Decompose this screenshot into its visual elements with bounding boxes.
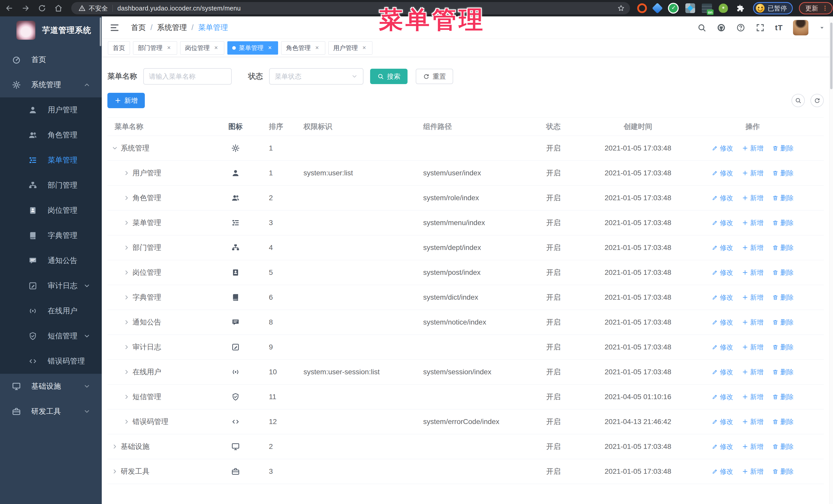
menu-name-input[interactable]	[143, 68, 232, 85]
edit-action-link[interactable]: 修改	[712, 392, 733, 402]
edit-action-link[interactable]: 修改	[712, 442, 733, 451]
tag-首页[interactable]: 首页	[108, 41, 130, 55]
tabs-extension-icon[interactable]	[702, 4, 712, 13]
gem-extension-icon[interactable]	[652, 3, 663, 14]
tag-岗位管理[interactable]: 岗位管理×	[180, 41, 224, 55]
close-tag-icon[interactable]: ×	[166, 45, 172, 51]
add-button[interactable]: 新增	[108, 93, 145, 108]
sidebar-item-用户管理[interactable]: 用户管理	[0, 97, 102, 123]
expand-row-icon[interactable]	[123, 319, 130, 326]
edit-action-link[interactable]: 修改	[712, 318, 733, 327]
expand-row-icon[interactable]	[123, 269, 130, 276]
bookmark-star-icon[interactable]	[617, 4, 625, 12]
browser-back-button[interactable]	[2, 1, 17, 16]
sidebar-item-部门管理[interactable]: 部门管理	[0, 173, 102, 198]
add-action-link[interactable]: 新增	[742, 144, 764, 153]
edit-action-link[interactable]: 修改	[712, 368, 733, 377]
delete-action-link[interactable]: 删除	[772, 293, 794, 302]
add-action-link[interactable]: 新增	[742, 318, 764, 327]
sidebar-item-角色管理[interactable]: 角色管理	[0, 123, 102, 148]
expand-row-icon[interactable]	[112, 145, 118, 151]
edit-action-link[interactable]: 修改	[712, 417, 733, 426]
scrollbar-thumb[interactable]	[830, 23, 832, 89]
fullscreen-icon[interactable]	[756, 23, 765, 32]
expand-row-icon[interactable]	[123, 418, 130, 425]
toggle-search-button[interactable]	[791, 94, 805, 107]
droid-extension-icon[interactable]	[719, 4, 728, 13]
delete-action-link[interactable]: 删除	[772, 343, 794, 352]
expand-row-icon[interactable]	[112, 443, 118, 450]
delete-action-link[interactable]: 删除	[772, 243, 794, 252]
ubuntu-extension-icon[interactable]	[637, 3, 647, 13]
sidebar-scrollbar[interactable]	[100, 18, 101, 46]
delete-action-link[interactable]: 删除	[772, 194, 794, 202]
delete-action-link[interactable]: 删除	[772, 368, 794, 377]
add-action-link[interactable]: 新增	[742, 218, 764, 227]
status-select[interactable]: 菜单状态	[269, 68, 363, 85]
add-action-link[interactable]: 新增	[742, 169, 764, 178]
add-action-link[interactable]: 新增	[742, 442, 764, 451]
browser-reload-button[interactable]	[35, 1, 49, 16]
check-extension-icon[interactable]	[668, 3, 679, 14]
edit-action-link[interactable]: 修改	[712, 169, 733, 178]
sidebar-item-系统管理[interactable]: 系统管理	[0, 72, 102, 97]
tag-部门管理[interactable]: 部门管理×	[133, 41, 177, 55]
tag-用户管理[interactable]: 用户管理×	[328, 41, 373, 55]
sidebar-item-菜单管理[interactable]: 菜单管理	[0, 148, 102, 173]
expand-row-icon[interactable]	[123, 369, 130, 375]
delete-action-link[interactable]: 删除	[772, 392, 794, 402]
close-tag-icon[interactable]: ×	[266, 45, 273, 51]
puzzle-extension-icon[interactable]	[735, 3, 745, 14]
github-icon[interactable]	[717, 23, 726, 32]
delete-action-link[interactable]: 删除	[772, 318, 794, 327]
delete-action-link[interactable]: 删除	[772, 169, 794, 178]
sidebar-item-短信管理[interactable]: 短信管理	[0, 323, 102, 349]
tag-菜单管理[interactable]: 菜单管理×	[227, 41, 278, 55]
browser-menu-dots-icon[interactable]	[822, 5, 828, 11]
add-action-link[interactable]: 新增	[742, 194, 764, 202]
browser-forward-button[interactable]	[19, 1, 33, 16]
breadcrumb-item[interactable]: 首页	[131, 23, 146, 33]
tag-角色管理[interactable]: 角色管理×	[281, 41, 325, 55]
sidebar-item-基础设施[interactable]: 基础设施	[0, 374, 102, 399]
close-tag-icon[interactable]: ×	[314, 45, 320, 51]
expand-row-icon[interactable]	[123, 393, 130, 400]
edit-action-link[interactable]: 修改	[712, 293, 733, 302]
breadcrumb-item[interactable]: 系统管理	[157, 23, 187, 33]
edit-action-link[interactable]: 修改	[712, 243, 733, 252]
browser-home-button[interactable]	[51, 1, 66, 16]
delete-action-link[interactable]: 删除	[772, 218, 794, 227]
refresh-table-button[interactable]	[810, 94, 824, 107]
add-action-link[interactable]: 新增	[742, 243, 764, 252]
add-action-link[interactable]: 新增	[742, 293, 764, 302]
sidebar-item-通知公告[interactable]: 通知公告	[0, 248, 102, 273]
sidebar-item-首页[interactable]: 首页	[0, 47, 102, 72]
delete-action-link[interactable]: 删除	[772, 417, 794, 426]
page-scrollbar[interactable]	[829, 17, 833, 504]
expand-row-icon[interactable]	[123, 344, 130, 351]
collapse-sidebar-icon[interactable]	[110, 23, 120, 33]
grid-extension-icon[interactable]	[685, 3, 695, 13]
expand-row-icon[interactable]	[123, 195, 130, 201]
delete-action-link[interactable]: 删除	[772, 144, 794, 153]
search-icon[interactable]	[697, 23, 706, 32]
edit-action-link[interactable]: 修改	[712, 268, 733, 277]
add-action-link[interactable]: 新增	[742, 268, 764, 277]
edit-action-link[interactable]: 修改	[712, 343, 733, 352]
delete-action-link[interactable]: 删除	[772, 467, 794, 476]
edit-action-link[interactable]: 修改	[712, 144, 733, 153]
expand-row-icon[interactable]	[123, 219, 130, 226]
add-action-link[interactable]: 新增	[742, 343, 764, 352]
add-action-link[interactable]: 新增	[742, 467, 764, 476]
sidebar-item-岗位管理[interactable]: 岗位管理	[0, 198, 102, 223]
user-avatar[interactable]	[793, 20, 808, 35]
avatar-caret-icon[interactable]	[819, 24, 825, 31]
address-bar[interactable]: 不安全 dashboard.yudao.iocoder.cn/system/me…	[71, 2, 630, 14]
delete-action-link[interactable]: 删除	[772, 268, 794, 277]
delete-action-link[interactable]: 删除	[772, 442, 794, 451]
font-size-icon[interactable]: tT	[775, 23, 783, 32]
sidebar-item-在线用户[interactable]: 在线用户	[0, 298, 102, 323]
sidebar-item-审计日志[interactable]: 审计日志	[0, 273, 102, 298]
close-tag-icon[interactable]: ×	[361, 45, 367, 51]
help-icon[interactable]	[736, 23, 745, 32]
